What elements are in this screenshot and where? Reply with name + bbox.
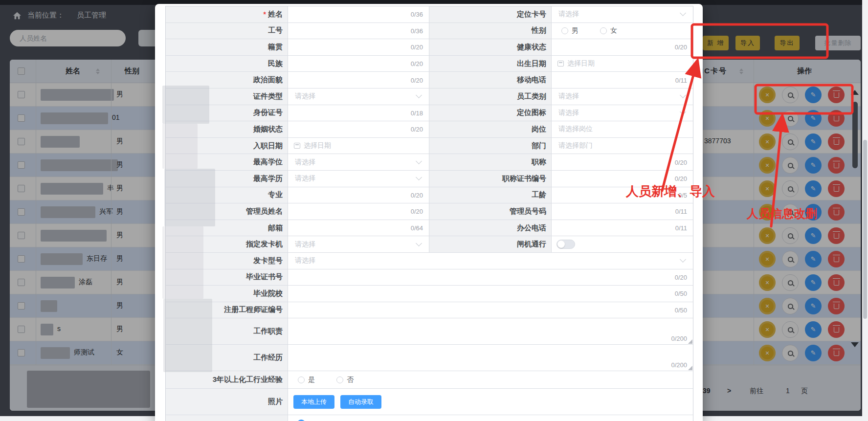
form-label: 政治面貌 [166,72,288,88]
form-field-input[interactable]: 0/20 [288,187,429,203]
form-label-text: 员工类别 [517,92,546,101]
form-label: 定位卡号 [429,6,552,22]
form-label: *姓名 [166,6,288,22]
form-field-date[interactable]: 选择日期 [288,138,429,154]
char-counter: 0/200 [671,361,687,369]
form-field-select[interactable]: 请选择 [288,171,429,187]
form-field-select-plain[interactable]: 请选择岗位 [552,121,693,137]
radio-option[interactable]: 女 [600,26,617,35]
form-field-select[interactable]: 请选择 [288,236,429,252]
form-label [166,415,288,421]
form-field-select[interactable]: 请选择 [288,89,429,105]
form-label-text: 指定发卡机 [246,240,283,249]
form-field-input[interactable]: 0/36 [288,23,429,39]
form-row: 民族0/20出生日期选择日期 [166,56,693,72]
form-label: 毕业院校 [166,286,288,302]
photo-capture-button[interactable]: 自动录取 [340,395,381,409]
form-label-text: 入职日期 [253,141,283,151]
form-field-textarea[interactable]: 0/200 [288,345,693,371]
form-field-input[interactable]: 0/20 [288,39,429,55]
form-label: 民族 [166,56,288,72]
form-field-radio[interactable]: 男女 [552,23,693,39]
form-label-text: 工作职责 [253,327,283,336]
form-field-input[interactable]: 0/20 [288,203,429,220]
form-field-input[interactable]: 0/11 [552,72,693,88]
form-field-input[interactable]: 0/20 [552,154,693,170]
form-row: 发卡型号请选择 [166,253,693,269]
form-field-input[interactable]: 0/50 [288,302,693,318]
form-field-input[interactable]: 0/20 [288,56,429,72]
form-field-select[interactable]: 请选择 [288,154,429,170]
form-field-select[interactable]: 请选择 [552,105,693,121]
form-label-text: 证件类型 [253,92,283,101]
form-label: 发卡型号 [166,253,288,269]
form-field-input[interactable]: 0/20 [552,171,693,187]
char-counter: 0/20 [411,208,423,215]
radio-option[interactable]: 男 [561,26,579,35]
form-field-input[interactable]: 0/11 [552,203,693,220]
form-label-text: 照片 [268,397,283,406]
form-field-buttons[interactable]: 本地上传自动录取 [288,389,693,415]
chevron-down-icon [680,256,686,263]
form-label: 管理员号码 [429,203,552,220]
radio-icon [336,377,343,383]
form-field-input[interactable]: 0/18 [288,105,429,121]
char-counter: 0/50 [675,306,687,313]
radio-option[interactable]: 否 [336,376,354,384]
form-field-textarea[interactable]: 0/200 [288,318,693,344]
chevron-down-icon [416,240,422,246]
select-placeholder: 请选择 [295,240,315,249]
form-row [166,415,693,421]
form-field-partial-avatar [288,415,693,421]
form-label: 工龄 [429,187,552,203]
char-counter: 0/11 [675,76,687,84]
form-field-select[interactable]: 请选择 [288,253,693,269]
form-label-text: 健康状态 [517,43,546,52]
form-field-input[interactable]: 0/36 [288,6,429,22]
form-field-input[interactable]: 0/64 [288,220,429,236]
form-field-input[interactable]: 0/11 [552,220,693,236]
form-row: 注册工程师证编号0/50 [166,302,693,319]
form-field-date[interactable]: 选择日期 [552,56,693,72]
form-label: 闸机通行 [429,236,552,252]
form-label: 入职日期 [166,138,288,154]
char-counter: 0/20 [411,44,423,51]
required-asterisk: * [264,10,266,18]
form-field-select[interactable]: 请选择 [552,6,693,22]
form-label-text: 注册工程师证编号 [224,305,283,314]
form-field-select[interactable]: 请选择 [552,89,693,105]
form-label: 籍贯 [166,39,288,55]
form-field-input[interactable]: 0/50 [288,286,693,302]
form-field-input[interactable]: 0/20 [288,269,693,286]
form-row: 证件类型请选择员工类别请选择 [166,89,693,105]
radio-label: 否 [347,376,354,384]
form-label-text: 移动电话 [517,75,546,85]
form-label: 邮箱 [166,220,288,236]
form-field-input[interactable]: 0/20 [552,39,693,55]
form-label: 工号 [166,23,288,39]
gate-pass-toggle[interactable] [556,240,575,249]
chevron-down-icon [680,10,686,16]
select-placeholder: 请选择岗位 [558,125,593,133]
photo-upload-button[interactable]: 本地上传 [293,395,334,409]
select-placeholder: 请选择部门 [558,141,593,150]
form-label-text: 姓名 [268,10,283,19]
radio-option[interactable]: 是 [298,376,315,384]
app: 当前位置： 员工管理 新 增 导入 导出 批量删除 姓名 性别 IC卡号 操作 … [0,0,868,421]
browser-scrollbar-vertical[interactable] [862,0,868,416]
form-label: 3年以上化工行业经验 [166,371,288,388]
char-counter: 0/36 [411,27,423,34]
form-field-input[interactable]: 0/20 [288,121,429,137]
char-counter: 0/200 [671,335,687,342]
form-field-input[interactable]: 0/5 [552,187,693,203]
form-field-input[interactable]: 0/20 [288,72,429,88]
form-field-radio[interactable]: 是否 [288,371,693,388]
form-row: 邮箱0/64办公电话0/11 [166,220,693,237]
select-placeholder: 请选择 [295,256,315,265]
radio-label: 是 [308,376,315,384]
form-row: 专业0/20工龄0/5 [166,187,693,204]
scrollbar-thumb[interactable] [863,140,867,319]
form-label: 出生日期 [429,56,552,72]
form-field-toggle[interactable] [552,236,693,252]
form-field-select-plain[interactable]: 请选择部门 [552,138,693,154]
